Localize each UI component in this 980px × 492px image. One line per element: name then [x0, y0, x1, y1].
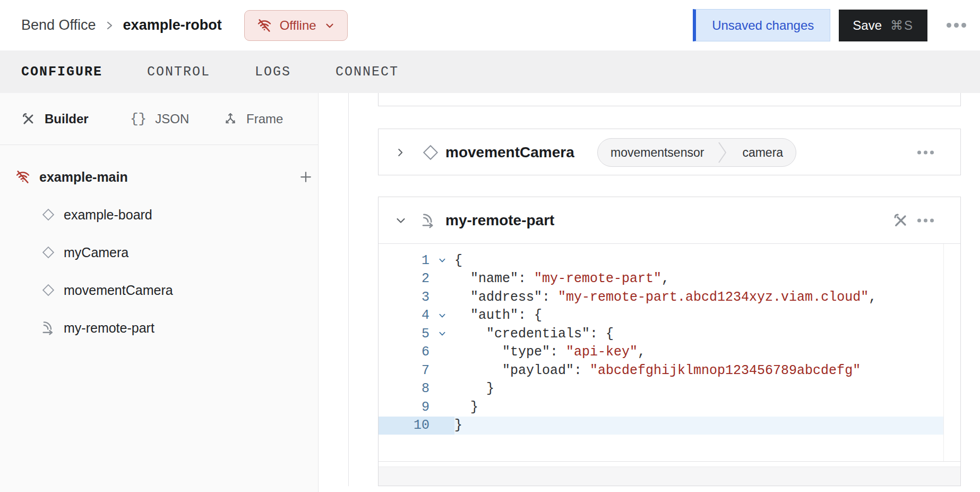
code-text[interactable]: } — [454, 417, 960, 435]
subnav-label: Builder — [45, 112, 89, 126]
code-line-1: 1{ — [379, 251, 960, 270]
tab-control[interactable]: CONTROL — [147, 64, 210, 80]
header-actions: Unsaved changes Save ⌘S — [693, 0, 980, 50]
braces-icon: {} — [130, 111, 147, 127]
code-line-10: 10} — [379, 417, 960, 435]
line-number: 8 — [379, 381, 429, 396]
code-line-8: 8 } — [379, 380, 960, 398]
tab-connect[interactable]: CONNECT — [336, 64, 399, 80]
tree-item-label: my-remote-part — [64, 320, 154, 336]
diamond-icon — [40, 282, 56, 298]
tag-movementsensor: movementsensor — [598, 139, 717, 166]
code-text[interactable]: } — [454, 380, 960, 398]
tree-root-part[interactable]: example-main — [0, 165, 333, 189]
line-number: 4 — [379, 308, 429, 323]
tools-icon — [21, 112, 36, 126]
app-header: Bend Office example-robot Offline — [0, 0, 980, 50]
remote-icon — [40, 320, 56, 336]
chevron-right-icon[interactable] — [394, 147, 406, 158]
line-number: 5 — [379, 326, 429, 342]
save-button[interactable]: Save ⌘S — [839, 10, 927, 41]
wifi-off-icon — [256, 18, 272, 33]
subnav-json[interactable]: {}JSON — [130, 93, 189, 145]
tree-item-label: movementCamera — [64, 283, 173, 298]
viam-app-window: Bend Office example-robot Offline — [0, 0, 980, 492]
breadcrumb-robot-name: example-robot — [123, 17, 222, 33]
remote-part-icon — [420, 212, 437, 229]
code-line-5: 5 "credentials": { — [379, 325, 960, 343]
code-text[interactable]: "credentials": { — [454, 325, 960, 343]
unsaved-changes-badge[interactable]: Unsaved changes — [693, 9, 830, 41]
main-tab-bar: CONFIGURECONTROLLOGSCONNECT — [0, 50, 980, 93]
tag-separator-icon — [717, 139, 729, 166]
tree-item-movementcamera[interactable]: movementCamera — [0, 278, 358, 302]
code-line-7: 7 "payload": "abcdefghijklmnop123456789a… — [379, 361, 960, 380]
tree-item-label: example-board — [64, 207, 152, 223]
subnav-label: Frame — [246, 112, 283, 126]
code-line-6: 6 "type": "api-key", — [379, 343, 960, 362]
wifi-off-icon — [15, 169, 31, 185]
subnav-frame[interactable]: Frame — [223, 93, 283, 145]
movement-camera-card: movementCamera movementsensorcamera — [378, 129, 961, 175]
fold-chevron-icon[interactable] — [429, 329, 454, 338]
code-text[interactable]: "auth": { — [454, 307, 960, 325]
line-number: 9 — [379, 400, 429, 415]
tree-item-my-remote-part[interactable]: my-remote-part — [0, 316, 358, 340]
remote-part-card: my-remote-part 1{2 "name": "my-remote-pa… — [378, 197, 961, 486]
breadcrumb-separator-icon — [106, 19, 114, 32]
fold-chevron-icon[interactable] — [429, 256, 454, 265]
code-text[interactable]: "address": "my-remote-part.abcd1234xyz.v… — [454, 288, 960, 307]
save-shortcut-hint: ⌘S — [890, 18, 914, 33]
add-component-button[interactable] — [298, 169, 314, 185]
subnav-builder[interactable]: Builder — [21, 93, 89, 145]
partial-card-above — [378, 93, 961, 106]
json-code-editor[interactable]: 1{2 "name": "my-remote-part",3 "address"… — [379, 244, 960, 462]
builder-sidebar: Builder{}JSONFrame example-mainexample-b… — [0, 93, 319, 492]
card-title: my-remote-part — [445, 212, 554, 229]
chevron-down-icon[interactable] — [394, 214, 407, 227]
code-text[interactable]: "payload": "abcdefghijklmnop123456789abc… — [454, 361, 960, 380]
remote-part-card-header: my-remote-part — [379, 197, 960, 244]
code-line-2: 2 "name": "my-remote-part", — [379, 270, 960, 289]
fold-chevron-icon[interactable] — [429, 311, 454, 320]
tree-item-example-board[interactable]: example-board — [0, 203, 358, 226]
editor-scrollbar[interactable] — [943, 244, 960, 461]
card-title: movementCamera — [445, 144, 574, 161]
tools-icon[interactable] — [892, 212, 909, 229]
card-overflow-menu[interactable] — [917, 151, 934, 155]
code-lines: 1{2 "name": "my-remote-part",3 "address"… — [379, 251, 960, 435]
line-number: 6 — [379, 344, 429, 360]
content-divider — [348, 93, 349, 486]
tree-root-label: example-main — [39, 169, 128, 185]
status-label: Offline — [280, 18, 316, 33]
card-overflow-menu[interactable] — [917, 218, 934, 222]
tree-item-mycamera[interactable]: myCamera — [0, 241, 358, 264]
line-number: 1 — [379, 253, 429, 268]
chevron-down-icon — [324, 20, 336, 31]
line-number: 2 — [379, 271, 429, 286]
code-text[interactable]: "name": "my-remote-part", — [454, 270, 960, 289]
line-number: 10 — [379, 418, 429, 433]
line-number: 3 — [379, 290, 429, 305]
tab-configure[interactable]: CONFIGURE — [21, 64, 102, 80]
code-text[interactable]: { — [454, 251, 960, 270]
save-label: Save — [853, 18, 882, 33]
header-overflow-menu[interactable] — [947, 23, 966, 28]
breadcrumb-org-link[interactable]: Bend Office — [21, 17, 96, 33]
movement-camera-card-header: movementCamera movementsensorcamera — [379, 129, 960, 176]
tree-item-label: myCamera — [64, 245, 128, 260]
code-text[interactable]: } — [454, 398, 960, 417]
config-view-switcher: Builder{}JSONFrame — [0, 93, 318, 145]
code-text[interactable]: "type": "api-key", — [454, 343, 960, 362]
component-type-tags: movementsensorcamera — [597, 138, 796, 167]
machine-status-dropdown[interactable]: Offline — [244, 10, 348, 41]
code-line-3: 3 "address": "my-remote-part.abcd1234xyz… — [379, 288, 960, 307]
tag-camera: camera — [729, 139, 796, 166]
tab-logs[interactable]: LOGS — [255, 64, 291, 80]
frame-icon — [223, 112, 238, 126]
breadcrumb: Bend Office example-robot — [21, 17, 222, 33]
subnav-label: JSON — [155, 112, 189, 126]
code-line-9: 9 } — [379, 398, 960, 417]
diamond-icon — [420, 142, 441, 163]
card-resize-footer[interactable] — [379, 466, 960, 486]
